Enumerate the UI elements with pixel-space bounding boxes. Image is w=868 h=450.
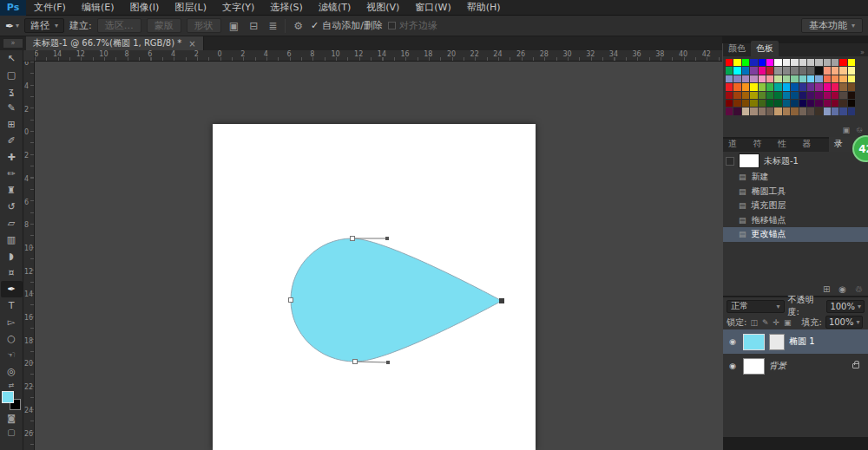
color-swatch[interactable] bbox=[848, 100, 855, 107]
gradient-tool-icon[interactable]: ▥ bbox=[1, 232, 23, 248]
document-canvas[interactable] bbox=[213, 124, 536, 450]
trash-icon[interactable]: ♲ bbox=[856, 126, 863, 134]
color-swatch[interactable] bbox=[807, 67, 814, 74]
gear-icon[interactable]: ⚙ bbox=[291, 20, 306, 32]
workspace-switcher[interactable]: 基本功能 ▾ bbox=[801, 18, 863, 33]
color-swatch[interactable] bbox=[726, 75, 733, 82]
color-swatch[interactable] bbox=[799, 75, 806, 82]
color-swatch[interactable] bbox=[824, 92, 831, 99]
make-selection-button[interactable]: 选区… bbox=[97, 18, 141, 33]
color-swatch[interactable] bbox=[783, 83, 790, 90]
color-swatch[interactable] bbox=[791, 75, 798, 82]
color-swatch[interactable] bbox=[766, 83, 773, 90]
color-swatch[interactable] bbox=[783, 59, 790, 66]
tool-mode-select[interactable]: 路径▾ bbox=[24, 18, 64, 33]
vector-mask-thumbnail[interactable] bbox=[769, 334, 785, 350]
layer-thumbnail[interactable] bbox=[743, 334, 765, 350]
color-swatch[interactable] bbox=[848, 59, 855, 66]
color-swatch[interactable] bbox=[750, 59, 757, 66]
tab-color[interactable]: 颜色 bbox=[723, 41, 751, 56]
lock-transparency-icon[interactable]: ◫ bbox=[750, 318, 758, 327]
history-source-column[interactable] bbox=[726, 200, 733, 212]
color-swatch[interactable] bbox=[807, 108, 814, 114]
color-swatch[interactable] bbox=[824, 83, 831, 90]
lock-all-icon[interactable]: ▣ bbox=[784, 318, 792, 327]
color-swatch[interactable] bbox=[807, 100, 814, 107]
color-swatch[interactable] bbox=[750, 75, 757, 82]
color-swatch[interactable] bbox=[783, 67, 790, 74]
history-source-column[interactable] bbox=[726, 229, 733, 240]
document-tab[interactable]: 未标题-1 @ 66.7%(椭圆 1, RGB/8) * × bbox=[26, 36, 204, 50]
tab-swatches[interactable]: 色板 bbox=[751, 41, 779, 56]
move-tool-icon[interactable]: ↖ bbox=[1, 50, 23, 67]
layer-row-ellipse[interactable]: ◉ 椭圆 1 bbox=[723, 329, 868, 354]
menu-help[interactable]: 帮助(H) bbox=[459, 0, 509, 16]
color-swatch[interactable] bbox=[742, 59, 749, 66]
healing-brush-tool-icon[interactable]: ✚ bbox=[1, 149, 23, 166]
color-swatch[interactable] bbox=[839, 100, 846, 107]
history-state-row[interactable]: ▤ 新建 bbox=[723, 170, 868, 185]
menu-image[interactable]: 图像(I) bbox=[122, 0, 167, 16]
color-swatch[interactable] bbox=[848, 92, 855, 99]
color-swatch[interactable] bbox=[832, 59, 838, 66]
canvas-area[interactable] bbox=[35, 62, 722, 450]
color-swatch[interactable] bbox=[742, 67, 749, 74]
color-swatch[interactable] bbox=[824, 108, 831, 114]
foreground-color-swatch[interactable] bbox=[2, 391, 14, 403]
history-snapshot-row[interactable]: 未标题-1 bbox=[723, 152, 868, 170]
color-swatch[interactable] bbox=[766, 67, 773, 74]
quick-mask-icon[interactable]: ◙ bbox=[1, 411, 23, 425]
color-swatch[interactable] bbox=[759, 108, 766, 114]
color-swatch[interactable] bbox=[815, 59, 822, 66]
color-swatch[interactable] bbox=[807, 92, 814, 99]
menu-edit[interactable]: 编辑(E) bbox=[74, 0, 122, 16]
color-swatch[interactable] bbox=[807, 83, 814, 90]
color-swatch[interactable] bbox=[733, 108, 740, 114]
path-arrangement-icon[interactable]: ≣ bbox=[266, 20, 279, 32]
lasso-tool-icon[interactable]: ʓ bbox=[1, 83, 23, 100]
auto-add-delete-checkbox[interactable]: ✓ 自动添加/删除 bbox=[311, 19, 383, 32]
history-state-row[interactable]: ▤ 更改锚点 bbox=[723, 227, 868, 242]
color-swatch[interactable] bbox=[799, 83, 806, 90]
lock-pixels-icon[interactable]: ✎ bbox=[762, 318, 769, 327]
color-swatch[interactable] bbox=[839, 83, 846, 90]
quick-selection-tool-icon[interactable]: ✎ bbox=[1, 100, 23, 116]
vertical-ruler[interactable]: 64202468101214161820222426 bbox=[23, 62, 35, 450]
lock-position-icon[interactable]: ✛ bbox=[773, 318, 779, 327]
color-swatch[interactable] bbox=[832, 83, 838, 90]
history-state-row[interactable]: ▤ 填充图层 bbox=[723, 199, 868, 213]
color-swatch[interactable] bbox=[848, 83, 855, 90]
color-swatch[interactable] bbox=[799, 100, 806, 107]
color-swatch[interactable] bbox=[832, 67, 838, 74]
color-swatch[interactable] bbox=[815, 100, 822, 107]
brush-tool-icon[interactable]: ✏ bbox=[1, 166, 23, 182]
color-swatch[interactable] bbox=[807, 59, 814, 66]
marquee-tool-icon[interactable]: ▢ bbox=[1, 67, 23, 83]
color-swatch[interactable] bbox=[807, 75, 814, 82]
path-operations-icon[interactable]: ▣ bbox=[227, 20, 241, 32]
blur-tool-icon[interactable]: ◗ bbox=[1, 248, 23, 264]
color-swatch[interactable] bbox=[791, 59, 798, 66]
screen-mode-icon[interactable]: ▢ bbox=[1, 425, 23, 439]
history-source-column[interactable] bbox=[726, 214, 733, 225]
color-swatch[interactable] bbox=[759, 67, 766, 74]
layer-thumbnail[interactable] bbox=[743, 358, 765, 375]
color-swatch[interactable] bbox=[733, 92, 740, 99]
color-swatch[interactable] bbox=[839, 108, 846, 114]
color-swatch[interactable] bbox=[750, 100, 757, 107]
current-tool-chip[interactable]: ✒ ▾ bbox=[5, 20, 19, 32]
color-swatch[interactable] bbox=[726, 67, 733, 74]
color-swatch[interactable] bbox=[824, 67, 831, 74]
history-state-row[interactable]: ▤ 椭圆工具 bbox=[723, 185, 868, 199]
color-swatch[interactable] bbox=[733, 100, 740, 107]
color-swatch[interactable] bbox=[726, 59, 733, 66]
history-brush-source-checkbox[interactable] bbox=[726, 157, 734, 166]
color-swatch[interactable] bbox=[766, 108, 773, 114]
clone-stamp-tool-icon[interactable]: ♜ bbox=[1, 182, 23, 199]
menu-view[interactable]: 视图(V) bbox=[358, 0, 407, 16]
new-snapshot-camera-icon[interactable]: ◉ bbox=[838, 284, 846, 294]
color-swatch[interactable] bbox=[839, 67, 846, 74]
menu-layer[interactable]: 图层(L) bbox=[167, 0, 214, 16]
color-swatch[interactable] bbox=[832, 108, 838, 114]
color-swatch[interactable] bbox=[742, 100, 749, 107]
